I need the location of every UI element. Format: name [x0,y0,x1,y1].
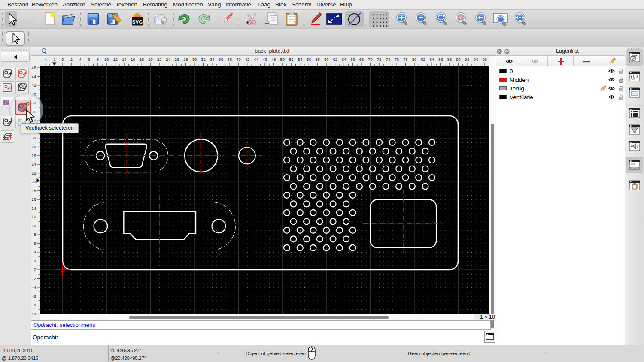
svg-text:78: 78 [403,57,408,62]
svg-text:30: 30 [192,57,197,62]
svg-text:6: 6 [88,57,90,62]
svg-text:38: 38 [228,57,232,62]
svg-text:72: 72 [377,57,382,62]
svg-text:50: 50 [280,57,285,62]
svg-text:-4: -4 [33,285,36,290]
svg-text:32: 32 [201,57,206,62]
svg-text:16: 16 [31,197,36,202]
svg-text:46: 46 [31,65,36,70]
svg-text:12: 12 [31,214,36,219]
svg-text:SVG: SVG [132,19,143,24]
svg-text:coord 0,0: coord 0,0 [631,165,637,167]
svg-text:0: 0 [34,267,36,272]
svg-text:24: 24 [31,162,36,166]
svg-text:8: 8 [97,57,99,62]
svg-text:44: 44 [31,74,36,79]
svg-text:10: 10 [31,223,36,228]
svg-text:94: 94 [474,57,478,62]
svg-text:-2: -2 [52,57,55,62]
svg-text:40: 40 [236,57,241,62]
svg-text:68: 68 [359,57,364,62]
svg-text:52: 52 [289,57,294,62]
svg-text:80: 80 [412,57,417,62]
svg-text:16: 16 [131,57,135,62]
svg-text:4: 4 [79,57,81,62]
svg-text:12: 12 [113,57,118,62]
svg-text:66: 66 [350,57,355,62]
svg-text:20: 20 [31,179,36,184]
svg-text:58: 58 [315,57,320,62]
svg-text:10: 10 [104,57,109,62]
svg-text:24: 24 [166,57,170,62]
svg-text:-4: -4 [43,57,47,62]
svg-text:48: 48 [271,57,276,62]
svg-text:22: 22 [157,57,162,62]
svg-text:-8: -8 [33,302,36,307]
svg-text:8: 8 [34,232,36,237]
svg-text:4: 4 [34,250,36,254]
svg-text:14: 14 [122,57,127,62]
svg-text:18: 18 [140,57,144,62]
svg-text:96: 96 [483,57,487,62]
svg-text:-6: -6 [33,294,36,299]
svg-text:84: 84 [430,57,434,62]
svg-text:2: 2 [70,57,73,62]
svg-text:56: 56 [307,57,311,62]
svg-text:86: 86 [438,57,443,62]
svg-text:0: 0 [61,57,64,62]
svg-text:64: 64 [342,57,346,62]
svg-text:34: 34 [210,57,215,62]
svg-text:92: 92 [465,57,470,62]
svg-text:28: 28 [183,57,188,62]
svg-text:70: 70 [368,57,373,62]
svg-text:62: 62 [333,57,337,62]
svg-text:54: 54 [298,57,303,62]
svg-text:30: 30 [31,136,36,140]
svg-text:76: 76 [395,57,399,62]
svg-text:82: 82 [421,57,425,62]
svg-text:36: 36 [219,57,223,62]
svg-text:44: 44 [254,57,258,62]
svg-text:26: 26 [175,57,179,62]
svg-text:6: 6 [34,241,36,246]
svg-text:22: 22 [31,171,36,175]
svg-text:-2: -2 [33,276,36,281]
svg-text:74: 74 [386,57,390,62]
svg-text:14: 14 [31,206,36,211]
svg-text:20: 20 [148,57,153,62]
svg-text:c:command: c:command [631,167,638,169]
svg-text:28: 28 [31,145,36,149]
svg-text:26: 26 [31,153,36,158]
svg-text:42: 42 [245,57,250,62]
svg-text:-10: -10 [31,311,36,316]
svg-text:90: 90 [456,57,461,62]
svg-text:42: 42 [31,83,36,87]
svg-text:88: 88 [447,57,452,62]
svg-text:18: 18 [31,188,36,193]
svg-text:46: 46 [263,57,267,62]
svg-text:2: 2 [34,259,36,263]
svg-text:60: 60 [324,57,329,62]
